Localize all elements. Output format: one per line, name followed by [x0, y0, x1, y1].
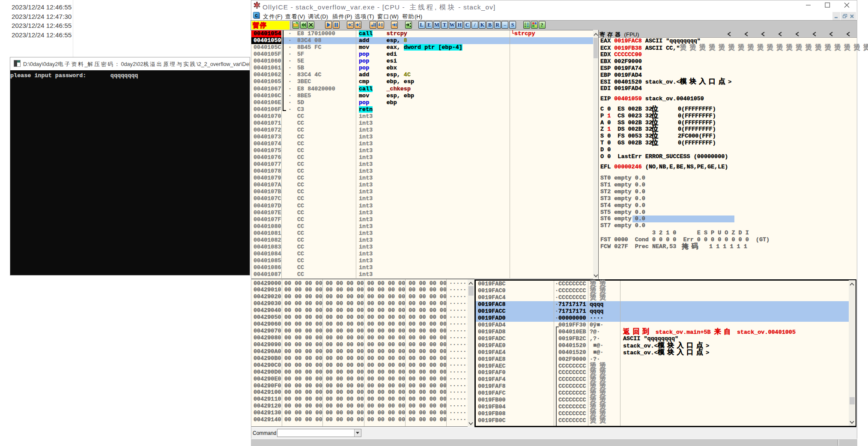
svg-text:C: C: [255, 13, 258, 18]
